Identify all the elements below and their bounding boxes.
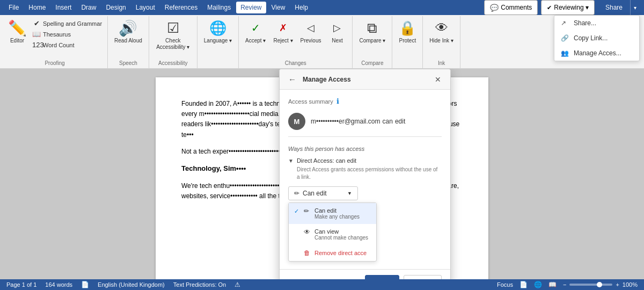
modal-back-button[interactable]: ← [286,74,298,85]
zoom-out-button[interactable]: − [563,281,566,288]
dropdown-option-can-view[interactable]: 👁 Can view Cannot make changes [289,224,376,245]
next-button[interactable]: ▷ Next [325,17,349,56]
reject-icon: ✗ [274,19,291,37]
word-count-button[interactable]: 123 Word Count [30,40,104,50]
language-label: Language ▾ [204,38,232,44]
menu-item-layout[interactable]: Layout [131,2,159,13]
zoom-slider-thumb [597,282,602,287]
manage-access-label: Manage Acces... [574,49,621,57]
context-menu-item-copy-link[interactable]: 🔗 Copy Link... [554,31,639,46]
menu-item-home[interactable]: Home [24,2,50,13]
check-accessibility-button[interactable]: ☑ Check Accessibility ▾ [152,17,194,56]
cancel-button[interactable]: Cancel [404,275,442,279]
accept-button[interactable]: ✓ Accept ▾ [242,17,269,56]
menu-item-references[interactable]: References [160,2,202,13]
protect-icon: 🔒 [399,19,416,37]
word-count-status[interactable]: 164 words [45,281,72,288]
dropdown-current-value: Can edit [303,190,327,197]
accessibility-group-label: Accessibility [158,60,187,66]
can-edit-title: Can edit [314,207,360,214]
menu-item-help[interactable]: Help [290,2,312,13]
reject-button[interactable]: ✗ Reject ▾ [270,17,296,56]
dropdown-option-remove-access[interactable]: 🗑 Remove direct acce [289,245,376,261]
view-mode-read[interactable]: 📖 [548,281,557,288]
next-label: Next [332,38,343,44]
previous-label: Previous [301,38,321,44]
ribbon-group-ink: 👁 Hide Ink ▾ Ink [423,16,460,68]
compare-button[interactable]: ⧉ Compare ▾ [356,17,389,56]
view-mode-web[interactable]: 🌐 [534,281,542,288]
protect-button[interactable]: 🔒 Protect [396,17,419,56]
share-dropdown-button[interactable]: ▾ [630,0,640,15]
accept-icon: ✓ [247,19,264,37]
user-email: m••••••••••er@gmail.com [311,118,380,125]
accept-label: Accept ▾ [245,38,266,44]
access-summary-label: Access summary [288,98,333,105]
remove-access-label: Remove direct acce [314,250,367,256]
editor-button[interactable]: ✏️ Editor [5,17,29,54]
ribbon-group-speech: 🔊 Read Aloud Speech [108,16,149,68]
delete-icon: 🗑 [304,249,311,257]
read-aloud-label: Read Aloud [114,38,142,44]
info-icon[interactable]: ℹ [336,97,339,105]
user-permission-label: can [383,118,393,125]
read-aloud-button[interactable]: 🔊 Read Aloud [111,17,145,56]
can-edit-desc: Make any changes [314,214,360,220]
menu-item-design[interactable]: Design [101,2,130,13]
thesaurus-button[interactable]: 📖 Thesaurus [30,29,104,39]
menu-item-file[interactable]: File [4,2,23,13]
modal-close-button[interactable]: ✕ [432,74,444,85]
comments-label: Comments [501,4,532,11]
reviewing-icon: ✔ [547,4,552,11]
text-predictions-status[interactable]: Text Predictions: On [173,281,226,288]
zoom-slider-track[interactable] [569,284,612,286]
context-menu-item-manage-access[interactable]: 👥 Manage Acces... [554,46,639,61]
direct-access-row: ▼ Direct Access: can edit [288,157,442,164]
menu-item-insert[interactable]: Insert [51,2,76,13]
language-status[interactable]: English (United Kingdom) [98,281,165,288]
accessibility-status-icon[interactable]: ⚠ [235,281,240,288]
view-icon: 👁 [304,228,311,236]
context-menu-item-share[interactable]: ↗ Share... [554,16,639,31]
read-mode-icon[interactable]: 📄 [81,281,89,288]
reviewing-label: Reviewing ▾ [554,4,589,11]
share-button-main[interactable]: Share [598,0,630,15]
read-aloud-icon: 🔊 [120,19,137,37]
compare-label: Compare ▾ [359,38,385,44]
speech-group-label: Speech [119,60,137,66]
previous-button[interactable]: ◁ Previous [297,17,325,56]
manage-access-icon: 👥 [561,49,569,57]
zoom-level[interactable]: 100% [623,281,638,288]
language-button[interactable]: 🌐 Language ▾ [201,17,235,56]
permission-dropdown-menu: ✓ ✏ Can edit Make any changes 👁 Can view [288,202,377,262]
hide-ink-button[interactable]: 👁 Hide Ink ▾ [426,17,456,56]
focus-button[interactable]: Focus [497,281,513,288]
menu-item-view[interactable]: View [267,2,290,13]
can-edit-text: Can edit Make any changes [314,207,360,220]
menu-item-review[interactable]: Review [236,2,266,13]
share-split-button[interactable]: Share ▾ [598,0,640,15]
menu-item-mailings[interactable]: Mailings [203,2,235,13]
dropdown-option-can-edit[interactable]: ✓ ✏ Can edit Make any changes [289,203,376,224]
user-row: M m••••••••••er@gmail.com can edit [288,113,442,137]
ink-group-label: Ink [438,60,445,66]
can-view-title: Can view [314,228,368,235]
dropdown-arrow-icon: ▼ [347,191,352,196]
changes-group-label: Changes [285,60,306,66]
direct-access-description: Direct Access grants access permissions … [288,166,442,181]
previous-icon: ◁ [302,19,319,37]
comments-button[interactable]: 💬 Comments [484,0,538,15]
word-count-icon: 123 [32,41,41,49]
permission-dropdown-button[interactable]: ✏ Can edit ▼ [288,186,358,200]
reviewing-button[interactable]: ✔ Reviewing ▾ [541,0,595,15]
view-mode-print[interactable]: 📄 [519,281,528,288]
spelling-grammar-button[interactable]: ✔ Spelling and Grammar [30,18,104,28]
thesaurus-label: Thesaurus [43,31,71,38]
status-bar: Page 1 of 1 164 words 📄 English (United … [0,279,644,290]
ribbon-group-language: 🌐 Language ▾ [197,16,239,68]
hide-ink-label: Hide Ink ▾ [429,38,453,44]
menu-item-draw[interactable]: Draw [77,2,100,13]
page-info[interactable]: Page 1 of 1 [6,281,36,288]
apply-button[interactable]: Apply [365,275,399,279]
zoom-in-button[interactable]: + [616,281,619,288]
